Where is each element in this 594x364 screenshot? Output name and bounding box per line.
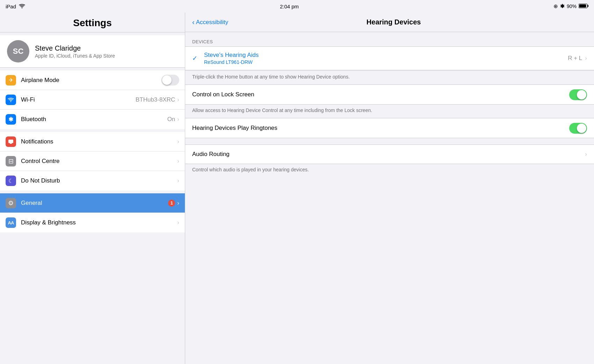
ringtones-toggle[interactable] <box>569 123 587 134</box>
user-profile[interactable]: SC Steve Claridge Apple ID, iCloud, iTun… <box>0 35 185 68</box>
controlcentre-icon: ⊟ <box>6 156 16 166</box>
check-mark-icon: ✓ <box>192 54 199 62</box>
left-panel: Settings SC Steve Claridge Apple ID, iCl… <box>0 13 185 364</box>
status-left: iPad <box>6 3 25 9</box>
devices-section-header: DEVICES <box>185 39 594 46</box>
wifi-value: BTHub3-8XRC <box>136 96 175 103</box>
sidebar-item-bluetooth[interactable]: ✱ Bluetooth On › <box>0 110 185 129</box>
svg-rect-3 <box>8 140 13 143</box>
donotdisturb-label: Do Not Disturb <box>21 177 177 184</box>
sidebar-item-airplane[interactable]: ✈ Airplane Mode <box>0 70 185 90</box>
general-icon: ⚙ <box>6 198 16 208</box>
wifi-icon <box>19 3 25 9</box>
section-gap <box>185 138 594 144</box>
airplane-label: Airplane Mode <box>21 77 161 84</box>
bluetooth-icon: ✱ <box>560 3 565 9</box>
right-content: DEVICES ✓ Steve's Hearing Aids ReSound L… <box>185 32 594 364</box>
wifi-settings-icon <box>6 95 16 105</box>
controlcentre-label: Control Centre <box>21 158 177 165</box>
sidebar-item-notifications[interactable]: Notifications › <box>0 132 185 151</box>
bluetooth-value: On <box>167 116 175 123</box>
general-chevron-icon: › <box>177 200 179 207</box>
sidebar-item-general[interactable]: ⚙ General 1 › <box>0 193 185 213</box>
control-lock-description: Allow access to Hearing Device Control a… <box>185 105 594 118</box>
device-row[interactable]: ✓ Steve's Hearing Aids ReSound LT961-DRW… <box>185 47 594 70</box>
bluetooth-settings-icon: ✱ <box>6 114 16 125</box>
bluetooth-chevron-icon: › <box>177 116 179 123</box>
right-header: ‹ Accessibility Hearing Devices <box>185 13 594 32</box>
triple-click-note: Triple-click the Home button at any time… <box>185 70 594 84</box>
sidebar-item-wifi[interactable]: Wi-Fi BTHub3-8XRC › <box>0 90 185 110</box>
airplane-toggle[interactable] <box>161 75 179 86</box>
controlcentre-chevron-icon: › <box>177 158 179 165</box>
status-time: 2:04 pm <box>280 3 299 9</box>
ringtones-toggle-knob <box>577 124 586 133</box>
device-model: ReSound LT961-DRW <box>204 59 568 65</box>
airplane-icon: ✈ <box>6 75 16 86</box>
sidebar-item-controlcentre[interactable]: ⊟ Control Centre › <box>0 151 185 171</box>
device-chevron-icon: › <box>585 55 587 62</box>
control-lock-card: Control on Lock Screen <box>185 84 594 105</box>
wifi-chevron-icon: › <box>177 96 179 103</box>
user-subtitle: Apple ID, iCloud, iTunes & App Store <box>35 53 115 59</box>
left-header: Settings <box>0 13 185 32</box>
device-name: Steve's Hearing Aids <box>204 52 568 59</box>
user-info: Steve Claridge Apple ID, iCloud, iTunes … <box>35 44 115 59</box>
notifications-icon <box>6 136 16 147</box>
status-bar: iPad 2:04 pm ⊕ ✱ 90% <box>0 0 594 13</box>
settings-section-system: Notifications › ⊟ Control Centre › ☾ Do … <box>0 132 185 191</box>
svg-rect-2 <box>579 4 586 7</box>
sidebar-item-display[interactable]: AA Display & Brightness › <box>0 213 185 232</box>
sidebar-item-donotdisturb[interactable]: ☾ Do Not Disturb › <box>0 171 185 191</box>
toggle-knob <box>162 75 172 85</box>
status-right: ⊕ ✱ 90% <box>553 3 588 9</box>
location-icon: ⊕ <box>553 3 558 9</box>
user-name: Steve Claridge <box>35 44 115 52</box>
device-info: Steve's Hearing Aids ReSound LT961-DRW <box>204 52 568 65</box>
control-lock-toggle[interactable] <box>569 89 587 100</box>
display-icon: AA <box>6 217 16 228</box>
settings-section-connectivity: ✈ Airplane Mode Wi-Fi BTHub3-8XRC <box>0 70 185 129</box>
right-panel: ‹ Accessibility Hearing Devices DEVICES … <box>185 13 594 364</box>
display-label: Display & Brightness <box>21 219 177 226</box>
main-layout: Settings SC Steve Claridge Apple ID, iCl… <box>0 13 594 364</box>
control-lock-label: Control on Lock Screen <box>192 91 569 98</box>
avatar: SC <box>7 40 29 62</box>
device-channel: R + L <box>568 55 582 62</box>
ringtones-label: Hearing Devices Play Ringtones <box>192 125 569 132</box>
back-label: Accessibility <box>196 19 229 26</box>
notifications-label: Notifications <box>21 138 177 145</box>
general-badge: 1 <box>168 200 175 207</box>
display-chevron-icon: › <box>177 219 179 226</box>
audio-routing-description: Control which audio is played in your he… <box>185 164 594 177</box>
control-lock-toggle-knob <box>577 90 586 99</box>
battery-percent: 90% <box>567 3 577 9</box>
general-label: General <box>21 200 168 207</box>
devices-card: ✓ Steve's Hearing Aids ReSound LT961-DRW… <box>185 46 594 70</box>
donotdisturb-chevron-icon: › <box>177 177 179 184</box>
ringtones-card: Hearing Devices Play Ringtones <box>185 118 594 138</box>
battery-icon <box>579 3 588 9</box>
settings-section-general: ⚙ General 1 › AA Display & Brightness › <box>0 193 185 232</box>
back-button[interactable]: ‹ Accessibility <box>192 18 228 26</box>
donotdisturb-icon: ☾ <box>6 176 16 186</box>
audio-routing-row[interactable]: Audio Routing › <box>185 144 594 164</box>
device-name: iPad <box>6 3 16 9</box>
settings-title: Settings <box>7 17 178 29</box>
back-chevron-icon: ‹ <box>192 18 195 26</box>
wifi-label: Wi-Fi <box>21 96 136 103</box>
ringtones-row: Hearing Devices Play Ringtones <box>185 118 594 138</box>
bluetooth-label: Bluetooth <box>21 116 167 123</box>
audio-routing-label: Audio Routing <box>192 151 585 158</box>
control-lock-row: Control on Lock Screen <box>185 85 594 104</box>
svg-rect-4 <box>10 143 12 144</box>
svg-rect-1 <box>587 5 588 7</box>
page-title: Hearing Devices <box>228 18 559 26</box>
notifications-chevron-icon: › <box>177 138 179 145</box>
audio-routing-chevron-icon: › <box>585 151 587 158</box>
